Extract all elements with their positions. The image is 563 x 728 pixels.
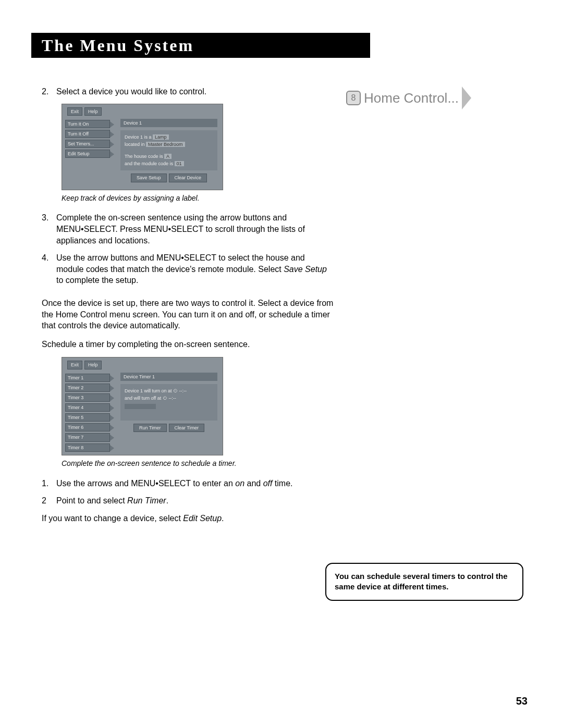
- text-part: .: [166, 496, 168, 505]
- blank-field: [125, 404, 156, 409]
- page-number: 53: [516, 695, 528, 707]
- figure-caption: Keep track of devices by assigning a lab…: [62, 193, 334, 203]
- text-part: .: [222, 514, 224, 523]
- run-timer-button: Run Timer: [133, 424, 167, 432]
- italic-term: off: [263, 479, 273, 488]
- field-value: Lamp: [153, 134, 169, 140]
- step-text: Use the arrows and MENU•SELECT to enter …: [56, 478, 293, 489]
- figure-caption: Complete the on-screen sentence to sched…: [62, 459, 334, 468]
- ui-screenshot-timer: Exit Help Timer 1 Timer 2 Timer 3 Timer …: [62, 357, 223, 455]
- step-item: 4. Use the arrow buttons and MENU•SELECT…: [42, 252, 334, 286]
- breadcrumb-banner: 8 Home Control...: [339, 87, 471, 109]
- sentence-part: and the module code is: [125, 161, 173, 166]
- menu-item: Turn It On: [65, 120, 110, 128]
- sentence-part: The house code is: [125, 154, 163, 159]
- paragraph: If you want to change a device, select E…: [42, 513, 334, 524]
- step-text: Complete the on-screen sentence using th…: [56, 212, 334, 246]
- sentence-part: located in: [125, 142, 145, 147]
- step-number: 4.: [42, 252, 56, 286]
- timer-item: Timer 5: [65, 413, 110, 422]
- text-part: Use the arrow buttons and MENU•SELECT to…: [56, 253, 305, 274]
- sentence-line: and will turn off at ⏲ --:--: [125, 394, 213, 402]
- exit-button: Exit: [67, 361, 82, 369]
- timer-item: Timer 6: [65, 423, 110, 431]
- text-part: to complete the setup.: [56, 276, 138, 285]
- clear-device-button: Clear Device: [169, 174, 207, 182]
- step-item: 1. Use the arrows and MENU•SELECT to ent…: [42, 478, 334, 489]
- field-value: 01: [175, 161, 184, 166]
- text-part: If you want to change a device, select: [42, 514, 183, 523]
- clear-timer-button: Clear Timer: [169, 424, 205, 432]
- paragraph: Schedule a timer by completing the on-sc…: [42, 339, 334, 350]
- text-part: Use the arrows and MENU•SELECT to enter …: [56, 479, 235, 488]
- step-item: 2. Select a device you would like to con…: [42, 86, 334, 97]
- timer-item: Timer 3: [65, 393, 110, 402]
- text-part: Point to and select: [56, 496, 127, 505]
- timer-item: Timer 4: [65, 403, 110, 412]
- step-number: 2: [42, 495, 56, 507]
- section-title: The Menu System: [31, 33, 370, 58]
- panel-title: Device 1: [120, 119, 217, 127]
- sentence-line: Device 1 will turn on at ⏲ --:--: [125, 387, 213, 394]
- menu-item: Set Timers...: [65, 140, 110, 148]
- italic-term: Run Timer: [127, 496, 166, 505]
- menu-item: Turn It Off: [65, 130, 110, 138]
- tip-text: You can schedule several timers to contr…: [335, 572, 508, 591]
- help-button: Help: [84, 361, 102, 369]
- save-setup-button: Save Setup: [131, 174, 167, 182]
- italic-term: Edit Setup: [183, 514, 222, 523]
- step-text: Point to and select Run Timer.: [56, 495, 168, 507]
- step-text: Use the arrow buttons and MENU•SELECT to…: [56, 252, 334, 286]
- breadcrumb-label: Home Control...: [364, 90, 459, 106]
- step-item: 2 Point to and select Run Timer.: [42, 495, 334, 507]
- text-part: and: [244, 479, 263, 488]
- tip-callout: You can schedule several timers to contr…: [325, 563, 523, 601]
- italic-term: Save Setup: [284, 265, 327, 274]
- italic-term: on: [235, 479, 244, 488]
- step-number: 3.: [42, 212, 56, 246]
- sentence-part: Device 1 is a: [125, 134, 152, 140]
- timer-item: Timer 8: [65, 443, 110, 452]
- main-content: 2. Select a device you would like to con…: [42, 86, 334, 531]
- ui-screenshot-device-setup: Exit Help Turn It On Turn It Off Set Tim…: [62, 104, 223, 190]
- step-number: 2.: [42, 86, 56, 97]
- step-text: Select a device you would like to contro…: [56, 86, 206, 97]
- text-part: time.: [272, 479, 292, 488]
- exit-button: Exit: [67, 107, 82, 116]
- timer-item: Timer 7: [65, 433, 110, 441]
- paragraph: Once the device is set up, there are two…: [42, 298, 334, 331]
- field-value: A: [164, 154, 172, 159]
- step-item: 3. Complete the on-screen sentence using…: [42, 212, 334, 246]
- step-number: 1.: [42, 478, 56, 489]
- timer-item: Timer 2: [65, 384, 110, 392]
- help-button: Help: [84, 107, 102, 116]
- chevron-right-icon: [462, 87, 471, 109]
- menu-item: Edit Setup: [65, 150, 110, 158]
- home-control-icon: 8: [346, 91, 361, 105]
- title-text: The Menu System: [42, 36, 194, 55]
- field-value: Master Bedroom: [146, 142, 185, 147]
- panel-title: Device Timer 1: [120, 373, 217, 381]
- timer-item: Timer 1: [65, 374, 110, 382]
